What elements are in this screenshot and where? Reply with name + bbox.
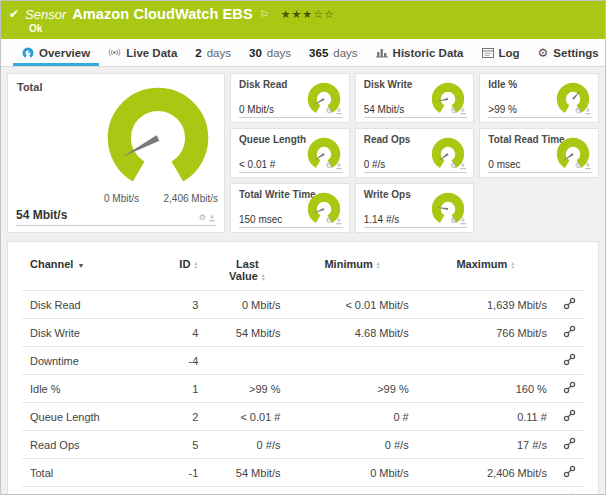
mini-gauge-card[interactable]: Disk Read0 Mbit/s⚙ [230,73,350,123]
gear-icon[interactable]: ⚙ [325,217,332,225]
cell-minimum: 0 #/s [288,431,416,459]
tab-number: 365 [309,47,328,59]
tab-label: days [267,47,291,59]
tab-settings[interactable]: ⚙Settings [529,39,606,66]
flag-icon[interactable]: ⚐ [260,9,269,20]
gear-icon[interactable]: ⚙ [450,217,457,225]
gear-icon[interactable]: ⚙ [450,107,457,115]
download-icon[interactable] [335,162,343,170]
gauge-title: Write Ops [364,189,411,200]
download-icon[interactable] [335,107,343,115]
sort-icon: ▲▼ [510,261,515,270]
channel-settings-wrench-icon[interactable] [563,381,576,394]
cell-last-value: >99 % [206,375,288,403]
gauge-title: Queue Length [239,134,306,145]
tab-365-days[interactable]: 365days [300,39,366,66]
channel-table-body: Disk Read30 Mbit/s< 0.01 Mbit/s1,639 Mbi… [22,291,584,495]
gauge-value: 1.14 #/s [364,214,400,225]
gear-icon[interactable]: ⚙ [575,107,582,115]
gauge-title: Idle % [488,79,517,90]
cell-last-value: 0 msec [206,487,288,495]
gauge-title: Disk Write [364,79,413,90]
channel-settings-wrench-icon[interactable] [563,353,576,366]
tab-live-data[interactable]: Live Data [99,39,186,66]
column-header-label: Minimum [324,258,372,270]
cell-minimum: >99 % [288,375,416,403]
status-ok-icon: ✔ [9,7,19,21]
channel-settings-wrench-icon[interactable] [563,325,576,338]
column-header-id[interactable]: ID▲▼ [164,248,206,291]
mini-gauge-card[interactable]: Write Ops1.14 #/s⚙ [355,183,475,233]
table-row: Disk Write454 Mbit/s4.68 Mbit/s766 Mbit/… [22,319,584,347]
gauges-panel: Total 0 Mbit/s 2,406 Mbit/s 54 Mbit/s ⚙ … [7,73,599,233]
table-row: Queue Length2< 0.01 #0 #0.11 # [22,403,584,431]
cell-channel: Disk Write [22,319,164,347]
cell-settings [555,375,584,403]
cell-id: 7 [164,487,206,495]
download-icon[interactable] [584,107,592,115]
cell-last-value [206,347,288,375]
gauge-title: Read Ops [364,134,411,145]
download-icon[interactable] [459,217,467,225]
download-icon[interactable] [335,217,343,225]
tab-historic-data[interactable]: Historic Data [367,39,473,66]
tab-bar: OverviewLive Data2days30days365daysHisto… [1,39,605,67]
table-row: Total-154 Mbit/s0 Mbit/s2,406 Mbit/s [22,459,584,487]
main-gauge-card[interactable]: Total 0 Mbit/s 2,406 Mbit/s 54 Mbit/s ⚙ [7,73,225,233]
tab-number: 30 [249,47,262,59]
tab-2-days[interactable]: 2days [186,39,240,66]
mini-gauge-card[interactable]: Total Read Time0 msec⚙ [479,128,599,178]
gauge-value: < 0.01 # [239,159,275,170]
cell-channel: Idle % [22,375,164,403]
gauge-value: 0 #/s [364,159,386,170]
mini-gauge-card[interactable]: Read Ops0 #/s⚙ [355,128,475,178]
cell-last-value: 0 #/s [206,431,288,459]
download-icon[interactable] [208,214,216,222]
cell-id: 1 [164,375,206,403]
column-header-channel[interactable]: Channel▼ [22,248,164,291]
channel-table-panel: Channel▼ ID▲▼ Last Value▲▼ Minimum▲▼ Max… [7,241,599,495]
gear-icon[interactable]: ⚙ [450,162,457,170]
download-icon[interactable] [584,162,592,170]
gear-icon[interactable]: ⚙ [199,214,206,222]
mini-gauge-card[interactable]: Queue Length< 0.01 #⚙ [230,128,350,178]
channel-settings-wrench-icon[interactable] [563,437,576,450]
empty-grid-cell [479,183,599,233]
cell-id: 3 [164,291,206,319]
tab-label: days [333,47,357,59]
table-row: Total Read Time70 msec0 msec28,220 msec [22,487,584,495]
channel-settings-wrench-icon[interactable] [563,465,576,478]
sort-descending-icon: ▼ [77,262,84,269]
gear-icon[interactable]: ⚙ [325,162,332,170]
tab-overview[interactable]: Overview [13,39,99,66]
priority-star-rating[interactable]: ★★★☆☆ [281,8,335,21]
cell-minimum: 0 # [288,403,416,431]
gear-icon[interactable]: ⚙ [325,107,332,115]
tab-label: Live Data [126,47,177,59]
mini-gauge-card[interactable]: Disk Write54 Mbit/s⚙ [355,73,475,123]
channel-table: Channel▼ ID▲▼ Last Value▲▼ Minimum▲▼ Max… [22,248,584,495]
tab-30-days[interactable]: 30days [240,39,300,66]
table-row: Downtime-4 [22,347,584,375]
cell-maximum: 160 % [417,375,555,403]
column-header-label: Last [236,258,259,270]
chart-icon [376,47,388,58]
download-icon[interactable] [459,162,467,170]
table-row: Disk Read30 Mbit/s< 0.01 Mbit/s1,639 Mbi… [22,291,584,319]
column-header-minimum[interactable]: Minimum▲▼ [288,248,416,291]
cell-channel: Total Read Time [22,487,164,495]
mini-gauge-card[interactable]: Idle %>99 %⚙ [479,73,599,123]
table-row: Read Ops50 #/s0 #/s17 #/s [22,431,584,459]
gauge-title: Disk Read [239,79,287,90]
channel-settings-wrench-icon[interactable] [563,409,576,422]
tab-log[interactable]: Log [473,39,529,66]
cell-last-value: 0 Mbit/s [206,291,288,319]
column-header-maximum[interactable]: Maximum▲▼ [417,248,555,291]
column-header-label: Value [229,270,258,282]
column-header-last-value[interactable]: Last Value▲▼ [206,248,288,291]
gear-icon[interactable]: ⚙ [575,162,582,170]
tab-label: days [207,47,231,59]
mini-gauge-card[interactable]: Total Write Time150 msec⚙ [230,183,350,233]
download-icon[interactable] [459,107,467,115]
channel-settings-wrench-icon[interactable] [563,297,576,310]
